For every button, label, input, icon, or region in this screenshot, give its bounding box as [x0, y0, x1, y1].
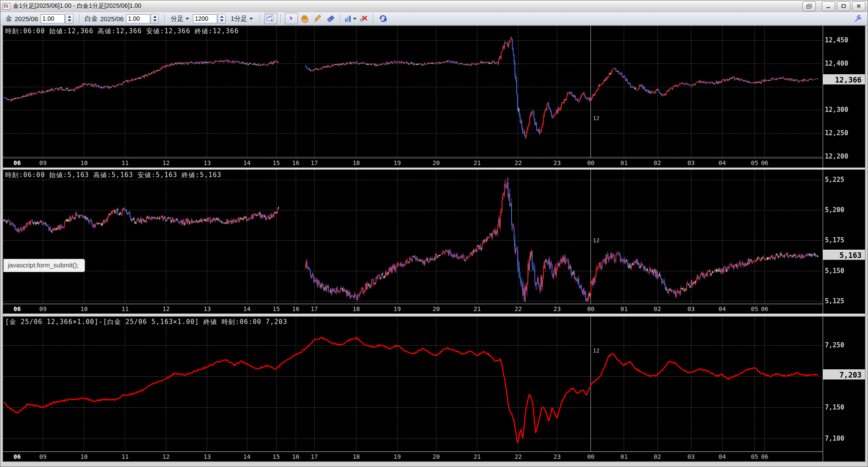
time-axis-label: 23 [553, 159, 561, 166]
reload-icon: R [379, 14, 388, 23]
spread-chart-panel: [金 25/06 12,366×1.00]-[白金 25/06 5,163×1.… [3, 317, 865, 461]
time-axis-label: 11 [121, 159, 129, 166]
platinum-symbol-link[interactable]: 白金 [85, 15, 98, 23]
reload-button[interactable]: R [377, 13, 389, 24]
toolbar: 金 2025/06 白金 2025/06 分足 1分足 [0, 12, 868, 25]
time-axis-label: 21 [473, 305, 481, 312]
chart-area: 時刻:06:00 始値:12,366 高値:12,366 安値:12,366 終… [3, 25, 865, 462]
minimize-button[interactable] [822, 1, 835, 11]
eraser-button[interactable] [325, 13, 337, 24]
platinum-contract-month[interactable]: 2025/06 [100, 15, 123, 22]
platinum-time-axis: 0609101112131415161718192021222300010203… [3, 304, 823, 314]
time-axis-label: 22 [514, 453, 522, 460]
time-axis-label: 05 [751, 305, 758, 312]
platinum-multiplier-spin-buttons[interactable] [151, 14, 159, 24]
panel-separator [3, 314, 865, 317]
time-axis-label: 14 [243, 305, 251, 312]
gold-contract-month[interactable]: 2025/06 [15, 15, 38, 22]
toolbar-separator [79, 14, 80, 23]
indicator-bars-button[interactable] [344, 13, 357, 24]
spread-chart-canvas[interactable] [3, 317, 823, 451]
price-axis-label: 12,200 [825, 152, 848, 160]
window-frame-bottom [0, 462, 868, 467]
time-axis-label: 20 [432, 159, 440, 166]
chart-settings-button[interactable] [264, 13, 277, 24]
select-cursor-button[interactable] [285, 13, 298, 24]
time-axis-label: 12 [162, 305, 170, 312]
price-axis-label: 12,450 [825, 36, 848, 44]
settings-wrench-button[interactable] [852, 13, 864, 24]
time-axis-label: 18 [353, 159, 360, 166]
price-axis-label: 5,125 [825, 297, 844, 305]
eraser-icon [326, 14, 335, 23]
time-axis-label: 15 [273, 453, 280, 460]
time-axis-label: 02 [654, 305, 661, 312]
interval-dropdown[interactable]: 1分足 [228, 14, 255, 24]
date-label: 12 [593, 347, 600, 354]
current-price-box: 7,203 [823, 369, 865, 380]
platinum-multiplier-input[interactable] [126, 14, 150, 23]
gold-symbol-link[interactable]: 金 [6, 15, 12, 23]
price-axis-label: 7,100 [825, 435, 844, 442]
toolbar-separator [340, 14, 341, 23]
current-price-box: 5,163 [823, 250, 865, 260]
time-axis-label: 22 [514, 159, 522, 166]
spread-time-axis: 0609101112131415161718192021222300010203… [3, 451, 823, 461]
platinum-multiplier-spinner [126, 14, 159, 24]
time-axis-label: 13 [203, 305, 211, 312]
bar-count-input[interactable] [193, 14, 217, 23]
time-axis-label: 03 [688, 305, 695, 312]
gold-plot-area: 時刻:06:00 始値:12,366 高値:12,366 安値:12,366 終… [3, 26, 823, 158]
time-axis-label: 03 [688, 453, 695, 460]
title-bar[interactable]: 金1分足[2025/06]1.00 - 白金1分足[2025/06]1.00 [0, 0, 868, 12]
draw-pencil-button[interactable] [312, 13, 324, 24]
select-cursor-icon [287, 14, 296, 23]
time-axis-label: 06 [761, 305, 768, 312]
toolbar-separator [164, 14, 165, 23]
time-axis-label: 00 [587, 453, 594, 460]
cascade-window-button[interactable] [802, 1, 816, 11]
window-title: 金1分足[2025/06]1.00 - 白金1分足[2025/06]1.00 [13, 2, 141, 10]
app-candlestick-icon [3, 3, 10, 10]
chevron-down-icon [353, 18, 357, 20]
close-button[interactable] [852, 1, 865, 11]
time-axis-label: 15 [273, 305, 280, 312]
time-axis-label: 10 [80, 453, 88, 460]
platinum-chart-canvas[interactable] [3, 170, 823, 304]
gold-time-axis: 0609101112131415161718192021222300010203… [3, 158, 823, 168]
time-axis-label: 01 [620, 453, 628, 460]
time-axis-label: 03 [688, 159, 695, 166]
time-axis-label: 21 [473, 159, 481, 166]
spread-formula-readout: [金 25/06 12,366×1.00]-[白金 25/06 5,163×1.… [5, 318, 287, 326]
draw-pencil-icon [313, 14, 322, 23]
settings-wrench-icon [853, 14, 862, 23]
time-axis-label: 18 [353, 453, 360, 460]
time-axis-label: 11 [121, 305, 129, 312]
indicator-bars-icon [344, 14, 352, 23]
time-axis-label: 01 [620, 305, 628, 312]
svg-text:R: R [384, 18, 387, 22]
chart-settings-icon [266, 14, 275, 23]
gold-price-axis: 12,45012,40012,30012,25012,20012,366 [823, 26, 865, 168]
time-axis-label: 02 [654, 453, 661, 460]
maximize-button[interactable] [837, 1, 850, 11]
pan-hand-button[interactable] [299, 13, 311, 24]
pan-hand-icon [300, 14, 309, 23]
gold-multiplier-spin-buttons[interactable] [65, 14, 73, 24]
gold-multiplier-input[interactable] [41, 14, 65, 23]
platinum-plot-area: 時刻:06:00 始値:5,163 高値:5,163 安値:5,163 終値:5… [3, 170, 823, 304]
time-axis-label: 06 [13, 159, 21, 166]
bar-count-spin-buttons[interactable] [218, 14, 226, 24]
price-axis-label: 7,150 [825, 403, 844, 411]
bar-type-dropdown[interactable]: 分足 [168, 14, 191, 24]
gold-chart-canvas[interactable] [3, 26, 823, 158]
time-axis-label: 17 [311, 305, 318, 312]
time-axis-label: 14 [243, 159, 251, 166]
time-axis-label: 04 [719, 159, 726, 166]
time-axis-label: 06 [761, 453, 768, 460]
bar-count-spinner [193, 14, 226, 24]
time-axis-label: 00 [587, 305, 594, 312]
chart-app-window: 金1分足[2025/06]1.00 - 白金1分足[2025/06]1.00 金… [0, 0, 868, 467]
delete-drawing-button[interactable] [357, 13, 369, 24]
time-axis-label: 10 [80, 159, 88, 166]
